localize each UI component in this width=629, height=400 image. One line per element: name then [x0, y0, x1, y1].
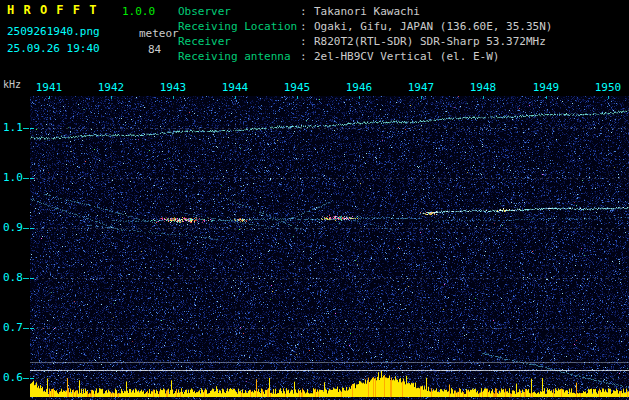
capture-filename: 2509261940.png [7, 25, 100, 38]
app-version: 1.0.0 [122, 5, 155, 18]
time-label: 1949 [533, 81, 560, 94]
observation-metadata: Observer : Takanori Kawachi Receiving Lo… [178, 4, 552, 64]
freq-label: 1.1 [3, 121, 23, 134]
meta-value: Takanori Kawachi [314, 4, 420, 19]
time-label: 1944 [222, 81, 249, 94]
time-label: 1945 [284, 81, 311, 94]
meta-value: 2el-HB9CV Vertical (el. E-W) [314, 49, 499, 64]
time-label: 1942 [98, 81, 125, 94]
meta-colon: : [300, 49, 310, 64]
time-label: 1948 [470, 81, 497, 94]
time-label: 1947 [408, 81, 435, 94]
meta-row-receiving-antenna: Receiving antenna : 2el-HB9CV Vertical (… [178, 49, 552, 64]
time-label: 1950 [595, 81, 622, 94]
time-label: 1941 [36, 81, 63, 94]
freq-tick-mark [23, 378, 29, 379]
meta-row-observer: Observer : Takanori Kawachi [178, 4, 552, 19]
freq-tick-mark [23, 178, 29, 179]
meta-label: Receiving antenna [178, 49, 300, 64]
freq-label: 0.6 [3, 371, 23, 384]
mode-label: meteor [139, 27, 179, 40]
echo-count: 84 [148, 43, 161, 56]
meta-label: Receiver [178, 34, 300, 49]
hrofft-window: H R O F F T 1.0.0 2509261940.png meteor … [0, 0, 629, 400]
freq-label: 0.9 [3, 221, 23, 234]
meta-value: Ogaki, Gifu, JAPAN (136.60E, 35.35N) [314, 19, 552, 34]
meta-colon: : [300, 34, 310, 49]
spectrogram-canvas [30, 96, 629, 400]
freq-label: 0.8 [3, 271, 23, 284]
freq-tick-mark [23, 228, 29, 229]
capture-datetime: 25.09.26 19:40 [7, 42, 100, 55]
time-label: 1946 [346, 81, 373, 94]
app-title: H R O F F T [7, 3, 97, 17]
meta-colon: : [300, 4, 310, 19]
freq-tick-mark [23, 328, 29, 329]
meta-label: Observer [178, 4, 300, 19]
meta-colon: : [300, 19, 310, 34]
meta-row-receiving-location: Receiving Location : Ogaki, Gifu, JAPAN … [178, 19, 552, 34]
meta-row-receiver: Receiver : R820T2(RTL-SDR) SDR-Sharp 53.… [178, 34, 552, 49]
freq-tick-mark [23, 278, 29, 279]
freq-axis-unit: kHz [3, 79, 21, 90]
meta-value: R820T2(RTL-SDR) SDR-Sharp 53.372MHz [314, 34, 546, 49]
freq-label: 1.0 [3, 171, 23, 184]
meta-label: Receiving Location [178, 19, 300, 34]
freq-tick-mark [23, 128, 29, 129]
time-label: 1943 [160, 81, 187, 94]
freq-label: 0.7 [3, 321, 23, 334]
